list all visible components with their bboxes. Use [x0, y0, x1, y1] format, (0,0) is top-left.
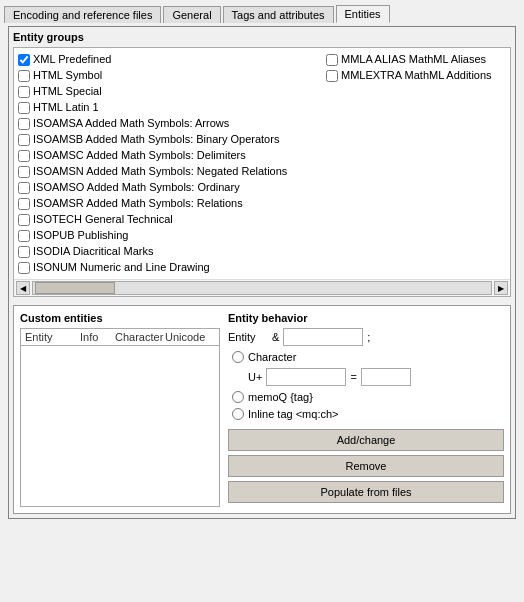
entity-behavior-title: Entity behavior [228, 312, 504, 324]
list-item: ISODIA Diacritical Marks [18, 244, 326, 259]
character-radio[interactable] [232, 351, 244, 363]
list-item: MMLA ALIAS MathML Aliases [326, 52, 506, 67]
remove-button[interactable]: Remove [228, 455, 504, 477]
semicolon-label: ; [367, 331, 370, 343]
uplus-label: U+ [248, 371, 262, 383]
entity-input-row: Entity & ; [228, 328, 504, 346]
tab-general[interactable]: General [163, 6, 220, 23]
ampersand-label: & [272, 331, 279, 343]
scroll-left-arrow[interactable]: ◀ [16, 281, 30, 295]
spacer [13, 297, 511, 305]
scroll-track[interactable] [32, 281, 492, 295]
inline-tag-radio[interactable] [232, 408, 244, 420]
tab-bar: Encoding and reference files General Tag… [4, 4, 520, 22]
mmla-checkbox[interactable] [326, 54, 338, 66]
list-item: ISOAMSB Added Math Symbols: Binary Opera… [18, 132, 326, 147]
isoamsr-checkbox[interactable] [18, 198, 30, 210]
col-header-entity: Entity [25, 331, 80, 343]
list-item: XML Predefined [18, 52, 326, 67]
isodia-checkbox[interactable] [18, 246, 30, 258]
buttons-section: Add/change Remove Populate from files [228, 429, 504, 507]
list-item: ISOAMSR Added Math Symbols: Relations [18, 196, 326, 211]
tab-tags[interactable]: Tags and attributes [223, 6, 334, 23]
memoq-label: memoQ {tag} [248, 391, 313, 403]
list-item: ISOTECH General Technical [18, 212, 326, 227]
entity-behavior-section: Entity behavior Entity & ; Character U+ [228, 312, 504, 507]
uplus-input[interactable] [266, 368, 346, 386]
list-item: ISONUM Numeric and Line Drawing [18, 260, 326, 275]
list-item: ISOAMSC Added Math Symbols: Delimiters [18, 148, 326, 163]
list-item: ISOAMSO Added Math Symbols: Ordinary [18, 180, 326, 195]
bottom-section: Custom entities Entity Info Character Un… [13, 305, 511, 514]
isoamsc-checkbox[interactable] [18, 150, 30, 162]
populate-button[interactable]: Populate from files [228, 481, 504, 503]
table-header: Entity Info Character Unicode [21, 329, 219, 346]
entity-groups-inner: XML Predefined HTML Symbol HTML Special [14, 48, 510, 279]
entity-groups-box: XML Predefined HTML Symbol HTML Special [13, 47, 511, 297]
html-special-checkbox[interactable] [18, 86, 30, 98]
mmlextra-checkbox[interactable] [326, 70, 338, 82]
scroll-thumb[interactable] [35, 282, 115, 294]
isonum-checkbox[interactable] [18, 262, 30, 274]
html-symbol-checkbox[interactable] [18, 70, 30, 82]
character-value-input[interactable] [361, 368, 411, 386]
list-item: HTML Symbol [18, 68, 326, 83]
custom-entities-table: Entity Info Character Unicode [20, 328, 220, 507]
inline-tag-label: Inline tag <mq:ch> [248, 408, 339, 420]
equals-label: = [350, 371, 356, 383]
isopub-checkbox[interactable] [18, 230, 30, 242]
list-item: ISOAMSN Added Math Symbols: Negated Rela… [18, 164, 326, 179]
html-latin1-checkbox[interactable] [18, 102, 30, 114]
tab-encoding[interactable]: Encoding and reference files [4, 6, 161, 23]
col-header-info: Info [80, 331, 115, 343]
character-label: Character [248, 351, 296, 363]
isoamsn-checkbox[interactable] [18, 166, 30, 178]
list-item: ISOAMSA Added Math Symbols: Arrows [18, 116, 326, 131]
entity-groups-section: Entity groups XML Predefined HTML Symbol [13, 31, 511, 297]
add-change-button[interactable]: Add/change [228, 429, 504, 451]
memoq-radio-row: memoQ {tag} [232, 391, 504, 403]
memoq-radio[interactable] [232, 391, 244, 403]
uplus-row: U+ = [248, 368, 504, 386]
list-item: HTML Latin 1 [18, 100, 326, 115]
entity-groups-title: Entity groups [13, 31, 511, 43]
col-header-unicode: Unicode [165, 331, 215, 343]
list-item: HTML Special [18, 84, 326, 99]
main-panel: Entity groups XML Predefined HTML Symbol [8, 26, 516, 519]
isotech-checkbox[interactable] [18, 214, 30, 226]
isoamsb-checkbox[interactable] [18, 134, 30, 146]
horizontal-scrollbar[interactable]: ◀ ▶ [14, 279, 510, 296]
character-radio-row: Character [232, 351, 504, 363]
custom-entities-title: Custom entities [20, 312, 220, 324]
entity-col-right: MMLA ALIAS MathML Aliases MMLEXTRA MathM… [326, 52, 506, 275]
inline-tag-radio-row: Inline tag <mq:ch> [232, 408, 504, 420]
entity-col-left: XML Predefined HTML Symbol HTML Special [18, 52, 326, 275]
xml-predefined-checkbox[interactable] [18, 54, 30, 66]
table-body [21, 346, 219, 486]
tab-entities[interactable]: Entities [336, 5, 390, 23]
scroll-right-arrow[interactable]: ▶ [494, 281, 508, 295]
custom-entities-section: Custom entities Entity Info Character Un… [20, 312, 220, 507]
isoamso-checkbox[interactable] [18, 182, 30, 194]
entity-name-input[interactable] [283, 328, 363, 346]
isoamsa-checkbox[interactable] [18, 118, 30, 130]
list-item: MMLEXTRA MathML Additions [326, 68, 506, 83]
entity-label: Entity [228, 331, 268, 343]
col-header-character: Character [115, 331, 165, 343]
list-item: ISOPUB Publishing [18, 228, 326, 243]
